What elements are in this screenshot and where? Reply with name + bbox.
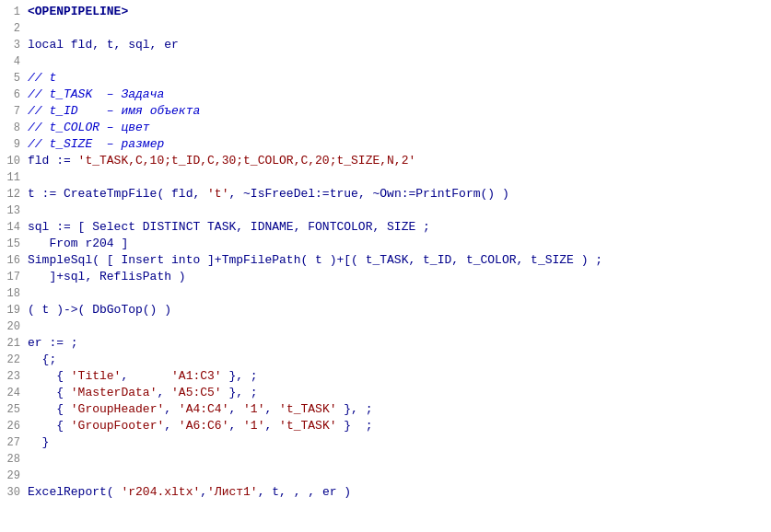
code-line-15: 15 From r204 ] xyxy=(0,236,771,252)
code-line-20: 20 xyxy=(0,318,771,335)
line-content-10: fld := 't_TASK,C,10;t_ID,C,30;t_COLOR,C,… xyxy=(28,153,769,169)
line-content-3: local fld, t, sql, er xyxy=(28,37,769,53)
code-line-10: 10 fld := 't_TASK,C,10;t_ID,C,30;t_COLOR… xyxy=(0,153,771,169)
code-line-9: 9 // t_SIZE – размер xyxy=(0,136,771,153)
line-content-27: } xyxy=(28,434,769,451)
line-number-9: 9 xyxy=(2,136,28,153)
line-number-27: 27 xyxy=(2,434,28,451)
code-line-25: 25 { 'GroupHeader', 'A4:C4', '1', 't_TAS… xyxy=(0,401,771,418)
line-number-10: 10 xyxy=(2,153,28,169)
line-number-7: 7 xyxy=(2,103,28,120)
code-line-8: 8 // t_COLOR – цвет xyxy=(0,120,771,136)
line-number-22: 22 xyxy=(2,352,28,368)
code-line-30: 30 ExcelReport( 'r204.xltx','Лист1', t, … xyxy=(0,484,771,501)
code-editor: 1 <OPENPIPELINE> 2 3 local fld, t, sql, … xyxy=(0,0,771,532)
line-number-1: 1 xyxy=(2,4,28,20)
code-line-11: 11 xyxy=(0,169,771,186)
code-line-5: 5 // t xyxy=(0,70,771,87)
code-line-22: 22 {; xyxy=(0,352,771,368)
line-number-11: 11 xyxy=(2,169,28,186)
code-line-3: 3 local fld, t, sql, er xyxy=(0,37,771,53)
line-content-7: // t_ID – имя объекта xyxy=(28,103,769,120)
line-content-30: ExcelReport( 'r204.xltx','Лист1', t, , ,… xyxy=(28,484,769,501)
line-number-23: 23 xyxy=(2,368,28,385)
line-content-6: // t_TASK – Задача xyxy=(28,87,769,103)
code-line-16: 16 SimpleSql( [ Insert into ]+TmpFilePat… xyxy=(0,252,771,269)
line-content-17: ]+sql, ReflisPath ) xyxy=(28,269,769,285)
line-content-14: sql := [ Select DISTINCT TASK, IDNAME, F… xyxy=(28,219,769,236)
line-number-17: 17 xyxy=(2,269,28,285)
line-number-12: 12 xyxy=(2,186,28,202)
code-line-29: 29 xyxy=(0,468,771,484)
line-number-6: 6 xyxy=(2,87,28,103)
line-content-26: { 'GroupFooter', 'A6:C6', '1', 't_TASK' … xyxy=(28,418,769,434)
code-line-17: 17 ]+sql, ReflisPath ) xyxy=(0,269,771,285)
code-line-23: 23 { 'Title', 'A1:C3' }, ; xyxy=(0,368,771,385)
code-line-28: 28 xyxy=(0,451,771,468)
line-content-1: <OPENPIPELINE> xyxy=(28,4,769,20)
line-number-25: 25 xyxy=(2,401,28,418)
code-line-1: 1 <OPENPIPELINE> xyxy=(0,4,771,20)
line-content-15: From r204 ] xyxy=(28,236,769,252)
line-number-19: 19 xyxy=(2,302,28,318)
line-content-25: { 'GroupHeader', 'A4:C4', '1', 't_TASK' … xyxy=(28,401,769,418)
code-line-21: 21 er := ; xyxy=(0,335,771,352)
line-number-4: 4 xyxy=(2,53,28,70)
code-line-4: 4 xyxy=(0,53,771,70)
line-content-24: { 'MasterData', 'A5:C5' }, ; xyxy=(28,385,769,401)
line-content-21: er := ; xyxy=(28,335,769,352)
code-line-7: 7 // t_ID – имя объекта xyxy=(0,103,771,120)
code-line-14: 14 sql := [ Select DISTINCT TASK, IDNAME… xyxy=(0,219,771,236)
code-line-6: 6 // t_TASK – Задача xyxy=(0,87,771,103)
line-content-22: {; xyxy=(28,352,769,368)
line-number-2: 2 xyxy=(2,20,28,37)
line-content-12: t := CreateTmpFile( fld, 't', ~IsFreeDel… xyxy=(28,186,769,202)
line-number-18: 18 xyxy=(2,285,28,302)
code-line-18: 18 xyxy=(0,285,771,302)
line-number-24: 24 xyxy=(2,385,28,401)
code-line-12: 12 t := CreateTmpFile( fld, 't', ~IsFree… xyxy=(0,186,771,202)
line-number-20: 20 xyxy=(2,318,28,335)
code-line-19: 19 ( t )->( DbGoTop() ) xyxy=(0,302,771,318)
line-content-19: ( t )->( DbGoTop() ) xyxy=(28,302,769,318)
code-line-24: 24 { 'MasterData', 'A5:C5' }, ; xyxy=(0,385,771,401)
line-number-16: 16 xyxy=(2,252,28,269)
line-number-26: 26 xyxy=(2,418,28,434)
code-line-26: 26 { 'GroupFooter', 'A6:C6', '1', 't_TAS… xyxy=(0,418,771,434)
line-number-21: 21 xyxy=(2,335,28,352)
line-number-30: 30 xyxy=(2,484,28,501)
code-line-27: 27 } xyxy=(0,434,771,451)
line-number-8: 8 xyxy=(2,120,28,136)
line-number-3: 3 xyxy=(2,37,28,53)
line-content-5: // t xyxy=(28,70,769,87)
code-line-2: 2 xyxy=(0,20,771,37)
line-number-5: 5 xyxy=(2,70,28,87)
line-content-16: SimpleSql( [ Insert into ]+TmpFilePath( … xyxy=(28,252,769,269)
line-number-29: 29 xyxy=(2,468,28,484)
line-content-9: // t_SIZE – размер xyxy=(28,136,769,153)
line-number-15: 15 xyxy=(2,236,28,252)
line-number-14: 14 xyxy=(2,219,28,236)
line-number-28: 28 xyxy=(2,451,28,468)
line-content-23: { 'Title', 'A1:C3' }, ; xyxy=(28,368,769,385)
line-content-8: // t_COLOR – цвет xyxy=(28,120,769,136)
line-number-13: 13 xyxy=(2,202,28,219)
code-line-13: 13 xyxy=(0,202,771,219)
